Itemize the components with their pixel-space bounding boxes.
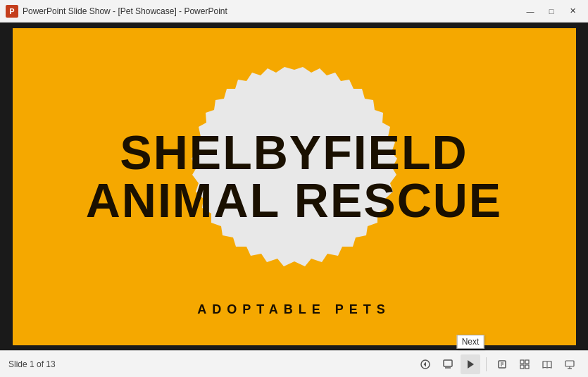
app-icon: P xyxy=(6,5,18,18)
close-button[interactable]: ✕ xyxy=(563,4,582,18)
svg-rect-12 xyxy=(525,365,529,369)
presenter-view-icon[interactable] xyxy=(560,354,580,374)
title-bar-left: P PowerPoint Slide Show - [Pet Showcase]… xyxy=(6,5,227,18)
slide[interactable]: SHELBYFIELD ANIMAL RESCUE ADOPTABLE PETS xyxy=(13,28,576,345)
play-next-button[interactable] xyxy=(461,354,480,374)
slides-menu-icon[interactable] xyxy=(438,354,458,374)
status-bar: Slide 1 of 13 Next xyxy=(0,350,588,377)
svg-marker-1 xyxy=(424,361,427,366)
maximize-button[interactable]: □ xyxy=(542,4,561,18)
reading-view-icon[interactable] xyxy=(537,354,557,374)
window-controls: — □ ✕ xyxy=(520,4,582,18)
back-icon[interactable] xyxy=(415,354,435,374)
window-title: PowerPoint Slide Show - [Pet Showcase] -… xyxy=(23,6,227,16)
slide-area: SHELBYFIELD ANIMAL RESCUE ADOPTABLE PETS xyxy=(0,23,588,350)
slide-main-title: SHELBYFIELD ANIMAL RESCUE xyxy=(86,128,502,224)
status-right-controls: Next xyxy=(415,354,580,374)
status-divider xyxy=(486,357,487,371)
play-next-container: Next xyxy=(461,354,480,374)
svg-rect-9 xyxy=(520,360,524,364)
svg-rect-10 xyxy=(525,360,529,364)
svg-rect-14 xyxy=(565,361,574,366)
title-bar: P PowerPoint Slide Show - [Pet Showcase]… xyxy=(0,0,588,23)
annotation-icon[interactable] xyxy=(492,354,512,374)
slide-title-line1: SHELBYFIELD xyxy=(86,128,502,176)
grid-view-icon[interactable] xyxy=(515,354,534,374)
slide-count: Slide 1 of 13 xyxy=(8,359,56,369)
svg-rect-2 xyxy=(444,360,452,366)
minimize-button[interactable]: — xyxy=(520,4,540,18)
slide-subtitle: ADOPTABLE PETS xyxy=(13,302,576,317)
slide-title-line2: ANIMAL RESCUE xyxy=(86,176,502,224)
svg-marker-4 xyxy=(468,360,474,369)
svg-rect-11 xyxy=(520,365,524,369)
